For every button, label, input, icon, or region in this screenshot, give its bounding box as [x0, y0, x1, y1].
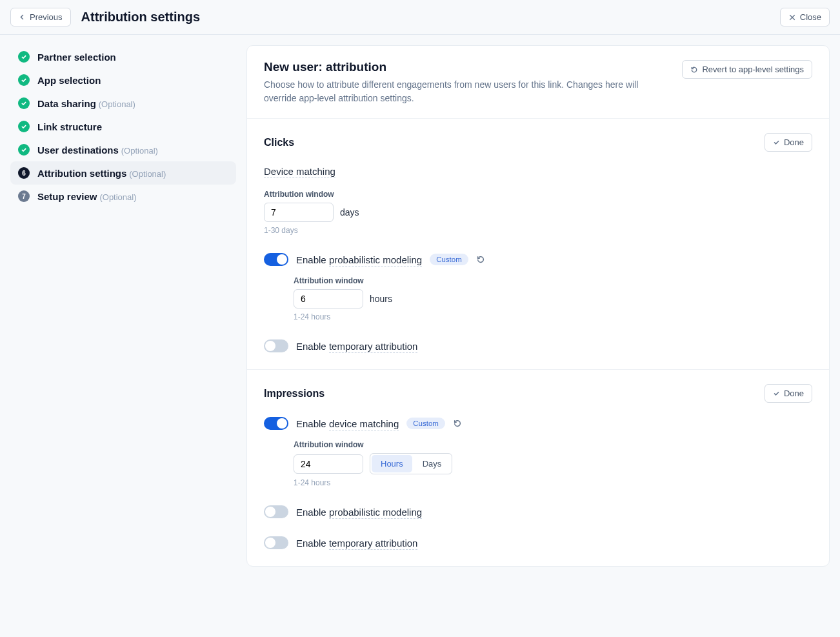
toggle-label: Enable device matching — [296, 418, 399, 429]
attribution-window-label: Attribution window — [264, 190, 812, 199]
custom-badge: Custom — [406, 418, 445, 429]
window-hint: 1-30 days — [264, 226, 812, 235]
step-label: Setup review — [37, 191, 97, 202]
unit-label: hours — [370, 294, 392, 304]
step-number-icon: 6 — [18, 167, 30, 179]
check-icon — [18, 74, 30, 86]
window-hint: 1-24 hours — [294, 312, 812, 321]
step-label: Link structure — [37, 121, 102, 132]
revert-icon[interactable] — [476, 255, 485, 264]
impressions-title: Impressions — [264, 388, 325, 399]
toggle-label: Enable probabilistic modeling — [296, 254, 422, 265]
step-optional: (Optional) — [99, 192, 136, 202]
main-panel: New user: attribution Choose how to attr… — [246, 45, 830, 567]
toggle-label: Enable probabilistic modeling — [296, 507, 422, 518]
previous-button-label: Previous — [30, 12, 63, 22]
close-button[interactable]: Close — [780, 8, 830, 26]
time-unit-segmented: Hours Days — [370, 453, 452, 474]
step-setup-review[interactable]: 7 Setup review (Optional) — [10, 185, 236, 208]
previous-button[interactable]: Previous — [10, 8, 71, 26]
close-icon — [788, 14, 796, 21]
clicks-prob-modeling-toggle[interactable] — [264, 253, 288, 266]
section-title: New user: attribution — [264, 60, 664, 74]
check-icon — [773, 139, 780, 146]
done-label: Done — [784, 389, 804, 398]
impressions-window-label: Attribution window — [294, 440, 812, 449]
clicks-prob-window-input[interactable] — [294, 289, 363, 308]
revert-icon[interactable] — [453, 419, 462, 428]
clicks-title: Clicks — [264, 137, 294, 148]
seg-hours-button[interactable]: Hours — [372, 455, 412, 472]
step-label: Attribution settings — [37, 168, 126, 179]
clicks-window-input[interactable] — [264, 203, 334, 222]
revert-button-label: Revert to app-level settings — [702, 65, 804, 74]
window-hint: 1-24 hours — [294, 478, 812, 487]
revert-button[interactable]: Revert to app-level settings — [682, 60, 812, 79]
clicks-done-button[interactable]: Done — [765, 133, 812, 152]
impressions-window-input[interactable] — [294, 454, 363, 474]
step-label: App selection — [37, 75, 101, 86]
step-optional: (Optional) — [121, 146, 158, 156]
toggle-label: Enable temporary attribution — [296, 341, 417, 352]
check-icon — [18, 144, 30, 156]
check-icon — [18, 121, 30, 132]
step-number-icon: 7 — [18, 190, 30, 202]
impressions-device-match-toggle[interactable] — [264, 417, 288, 430]
close-button-label: Close — [800, 12, 821, 22]
check-icon — [18, 97, 30, 109]
device-matching-label: Device matching — [264, 166, 335, 178]
impressions-done-button[interactable]: Done — [765, 384, 812, 403]
step-app-selection[interactable]: App selection — [10, 68, 236, 92]
revert-icon — [690, 66, 698, 74]
step-attribution-settings[interactable]: 6 Attribution settings (Optional) — [10, 161, 236, 185]
check-icon — [18, 51, 30, 63]
chevron-left-icon — [19, 14, 26, 21]
step-user-destinations[interactable]: User destinations (Optional) — [10, 138, 236, 161]
sidebar: Partner selection App selection Data sha… — [10, 45, 236, 567]
step-partner-selection[interactable]: Partner selection — [10, 45, 236, 68]
step-data-sharing[interactable]: Data sharing (Optional) — [10, 92, 236, 115]
check-icon — [773, 390, 780, 397]
step-label: Data sharing — [37, 98, 96, 109]
step-label: User destinations — [37, 145, 119, 156]
unit-label: days — [340, 207, 359, 217]
seg-days-button[interactable]: Days — [414, 455, 451, 472]
nested-attribution-window-label: Attribution window — [294, 276, 812, 285]
section-desc: Choose how to attribute different engage… — [264, 78, 664, 105]
toggle-label: Enable temporary attribution — [296, 538, 417, 549]
done-label: Done — [784, 137, 804, 147]
step-optional: (Optional) — [129, 169, 166, 179]
impressions-temp-attr-toggle[interactable] — [264, 536, 288, 549]
step-optional: (Optional) — [99, 99, 135, 109]
impressions-prob-modeling-toggle[interactable] — [264, 505, 288, 518]
clicks-temp-attr-toggle[interactable] — [264, 339, 288, 352]
step-label: Partner selection — [37, 52, 116, 63]
step-link-structure[interactable]: Link structure — [10, 115, 236, 138]
custom-badge: Custom — [430, 254, 468, 265]
page-title: Attribution settings — [81, 10, 200, 25]
